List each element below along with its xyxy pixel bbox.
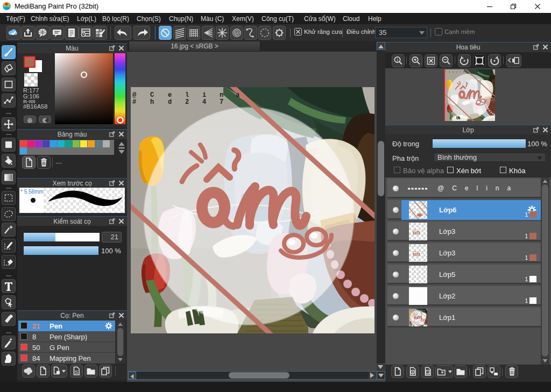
svg-text:1: 1 [427, 370, 429, 374]
svg-text:1: 1 [397, 58, 399, 62]
svg-text:8: 8 [412, 370, 414, 374]
svg-text:S: S [75, 369, 78, 375]
svg-text:ổn: ổn [413, 228, 420, 236]
svg-text:ổn: ổn [413, 250, 420, 258]
